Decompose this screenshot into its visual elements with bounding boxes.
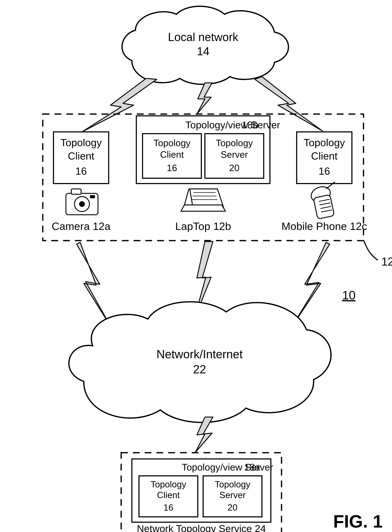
local-network-cloud: Local network 14	[122, 6, 289, 84]
nts-title: Network Topology Service 24	[137, 523, 266, 532]
laptop-icon	[181, 189, 225, 211]
phone-icon	[309, 182, 335, 219]
view-server-18a: Topology/view Server 18a Topology Client…	[132, 459, 273, 522]
laptop-label: LapTop 12b	[175, 220, 231, 232]
svg-rect-5	[71, 189, 81, 194]
svg-text:Topology: Topology	[304, 137, 345, 148]
internet-title: Network/Internet	[156, 348, 243, 361]
internet-cloud: Network/Internet 22	[69, 302, 331, 422]
svg-marker-1	[197, 83, 212, 114]
svg-text:Server: Server	[219, 490, 246, 500]
vs18b-title: Topology/view Server	[185, 119, 280, 131]
svg-marker-31	[292, 242, 330, 326]
camera-client-l1: Topology	[61, 137, 102, 148]
svg-text:Client: Client	[157, 490, 180, 500]
svg-text:Topology: Topology	[215, 479, 250, 489]
camera-icon	[66, 189, 98, 215]
svg-text:Server: Server	[221, 149, 248, 160]
bolt-camera-to-internet	[77, 242, 111, 326]
svg-text:Topology: Topology	[154, 138, 191, 148]
vs18b-client-ref: 16	[167, 163, 177, 173]
camera-label: Camera 12a	[52, 220, 111, 232]
camera-client-l2: Client	[68, 150, 94, 162]
svg-text:Topology: Topology	[151, 479, 186, 489]
vs18a-client-ref: 16	[163, 503, 173, 513]
bolt-ln-to-laptop	[197, 83, 212, 114]
phone-client-box: Topology Client 16	[297, 132, 352, 184]
camera-client-ref: 16	[75, 165, 87, 177]
vs18a-server-ref: 20	[228, 503, 238, 513]
view-server-18b: Topology/view Server 18b Topology Client…	[136, 116, 280, 184]
vs18b-server-ref: 20	[229, 163, 239, 173]
bolt-phone-to-internet	[292, 242, 330, 326]
phone-label: Mobile Phone 12c	[281, 220, 367, 232]
svg-text:Topology: Topology	[216, 138, 253, 148]
svg-point-7	[79, 201, 85, 207]
camera-client-box: Topology Client 16	[53, 132, 109, 184]
svg-text:Client: Client	[160, 149, 184, 160]
internet-ref: 22	[193, 363, 206, 376]
svg-text:Client: Client	[311, 150, 337, 162]
phone-client-ref: 16	[319, 165, 330, 177]
vs18a-ref: 18a	[244, 462, 260, 472]
svg-rect-23	[313, 195, 334, 219]
vs18b-ref: 18b	[242, 119, 258, 131]
group-leader-line	[364, 241, 378, 260]
local-network-title: Local network	[168, 31, 238, 43]
svg-rect-8	[90, 195, 95, 198]
svg-marker-29	[77, 242, 111, 326]
local-network-ref: 14	[197, 45, 209, 58]
figure-label: FIG. 1	[333, 511, 383, 531]
group-ref: 12	[381, 255, 392, 268]
system-ref: 10	[342, 288, 356, 302]
